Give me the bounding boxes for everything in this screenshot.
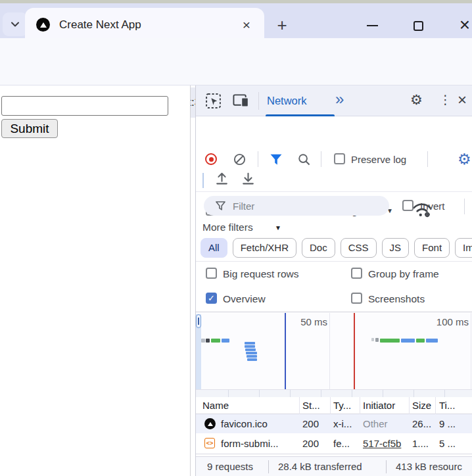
overview-tick <box>259 390 260 397</box>
devtools-menu-button[interactable]: ⋮ <box>439 92 452 107</box>
request-status: 200 <box>302 418 319 429</box>
overview-tick <box>228 390 229 397</box>
page-text-input[interactable] <box>1 96 168 116</box>
overview-gridline <box>329 313 330 389</box>
devtools-tab-bar: Network » ⚙ ⋮ × <box>196 85 472 116</box>
browser-window: Create Next App × + × localhost:3039 ☆ <… <box>0 0 472 476</box>
filter-field[interactable] <box>204 196 389 216</box>
devtools-close-button[interactable]: × <box>458 91 467 109</box>
network-timing-bar <box>206 339 210 343</box>
window-maximize-button[interactable] <box>413 21 423 31</box>
network-timing-bar <box>247 358 257 361</box>
divider <box>196 312 472 312</box>
network-timing-bar <box>380 339 400 343</box>
column-header-time[interactable]: Ti... <box>439 397 455 414</box>
overview-tick <box>290 390 291 397</box>
big-request-rows-checkbox[interactable] <box>206 268 217 279</box>
tab-search-button[interactable] <box>3 12 28 36</box>
filter-chip-fetchxhr[interactable]: Fetch/XHR <box>233 238 296 258</box>
filter-chip-css[interactable]: CSS <box>341 238 377 258</box>
overview-time-label: 50 ms <box>300 316 327 327</box>
more-filters-button[interactable]: More filters <box>202 222 253 233</box>
network-timing-bar <box>245 342 255 345</box>
group-by-frame-checkbox[interactable] <box>351 268 362 279</box>
more-filters-caret-icon[interactable]: ▼ <box>275 224 281 231</box>
divider <box>196 261 472 262</box>
request-type: x-i... <box>333 418 352 429</box>
network-row-form-submission[interactable]: <> form-submi... 200 fe... 517-cf5b 1...… <box>196 433 472 454</box>
column-header-name[interactable]: Name <box>202 397 229 414</box>
request-type: fe... <box>333 438 350 449</box>
load-line <box>354 313 355 389</box>
screenshots-label: Screenshots <box>368 293 425 305</box>
nextjs-favicon-icon <box>204 418 216 429</box>
network-timing-bar <box>401 339 415 343</box>
group-by-frame-label: Group by frame <box>368 268 439 280</box>
request-initiator-link[interactable]: 517-cf5b <box>363 438 401 449</box>
overview-tick <box>352 390 352 397</box>
filter-chip-img[interactable]: Img <box>455 238 472 258</box>
screenshots-checkbox[interactable] <box>351 293 362 304</box>
browser-tab[interactable]: Create Next App <box>25 8 264 41</box>
divider <box>196 454 472 454</box>
network-timing-bar <box>375 338 379 342</box>
requests-count: 9 requests <box>207 457 253 476</box>
import-har-icon[interactable] <box>214 171 229 186</box>
column-header-size[interactable]: Size <box>412 397 431 414</box>
network-grid-header: Name St... Ty... Initiator Size Ti... <box>196 397 472 414</box>
page-viewport: Submit <box>0 85 191 476</box>
filter-input[interactable] <box>233 197 377 214</box>
nextjs-favicon-icon <box>36 18 50 32</box>
network-timing-bar <box>246 352 257 354</box>
network-timing-bar <box>245 345 255 348</box>
devtools-settings-gear-icon[interactable]: ⚙ <box>410 92 423 108</box>
request-status: 200 <box>302 438 319 449</box>
network-toolbar: Preserve log ⚙ <box>196 116 472 141</box>
divider <box>386 460 387 473</box>
fetch-request-icon: <> <box>204 438 215 448</box>
divider <box>258 92 259 110</box>
network-timing-bar <box>211 339 220 343</box>
network-timing-bar <box>416 339 425 343</box>
big-request-rows-label: Big request rows <box>223 268 298 280</box>
filter-chip-js[interactable]: JS <box>382 238 410 258</box>
filter-chip-all[interactable]: All <box>201 238 227 258</box>
request-initiator: Other <box>363 418 388 429</box>
filter-chip-doc[interactable]: Doc <box>302 238 335 258</box>
domcontentloaded-line <box>285 313 286 389</box>
overview-label: Overview <box>223 293 266 305</box>
window-minimize-button[interactable] <box>367 25 378 26</box>
request-name: form-submi... <box>221 438 279 449</box>
device-toolbar-icon[interactable] <box>233 93 249 108</box>
request-size: 1.... <box>412 438 429 449</box>
column-header-initiator[interactable]: Initiator <box>363 397 395 414</box>
network-timing-bar <box>245 348 256 351</box>
network-timing-bar <box>222 339 229 343</box>
inspect-element-icon[interactable] <box>205 93 222 109</box>
overview-checkbox[interactable]: ✓ <box>206 293 217 304</box>
more-panels-button[interactable]: » <box>335 90 344 108</box>
tab-network[interactable]: Network <box>267 85 307 116</box>
divider <box>202 173 204 188</box>
network-timing-bar <box>426 339 438 343</box>
submit-button[interactable]: Submit <box>1 119 58 138</box>
tab-close-button[interactable]: × <box>239 17 254 33</box>
new-tab-button[interactable]: + <box>273 16 291 34</box>
filter-funnel-icon <box>216 201 225 210</box>
export-har-icon[interactable] <box>241 171 256 186</box>
column-header-status[interactable]: St... <box>302 397 320 414</box>
filter-chip-font[interactable]: Font <box>414 238 450 258</box>
window-close-button[interactable]: × <box>456 15 472 35</box>
invert-label: Invert <box>420 201 445 212</box>
overview-tick <box>444 390 445 397</box>
invert-checkbox[interactable] <box>402 200 413 211</box>
column-header-type[interactable]: Ty... <box>333 397 351 414</box>
overview-tick <box>413 390 414 397</box>
transferred-size: 28.4 kB transferred <box>278 457 362 476</box>
request-time: 9 ... <box>439 418 456 429</box>
overview-scroll-thumb[interactable] <box>196 314 201 328</box>
filter-chips: AllFetch/XHRDocCSSJSFontImg <box>201 238 472 258</box>
request-time: 5 ... <box>439 438 456 449</box>
network-row-favicon[interactable]: favicon.ico 200 x-i... Other 26... 9 ... <box>196 414 472 433</box>
network-conditions-row: Disable cache No throttling ▼ <box>196 141 472 168</box>
